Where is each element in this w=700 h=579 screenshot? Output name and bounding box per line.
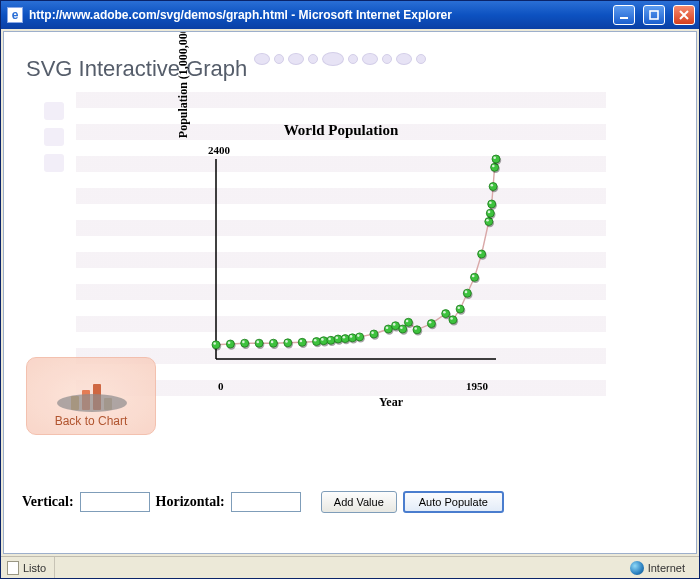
close-icon <box>678 9 690 21</box>
svg-point-53 <box>472 275 475 278</box>
svg-point-3 <box>213 342 216 345</box>
value-entry-form: Vertical: Horizontal: Add Value Auto Pop… <box>22 491 504 513</box>
data-point[interactable] <box>488 200 496 208</box>
data-point[interactable] <box>313 338 321 346</box>
back-to-chart-button[interactable]: Back to Chart <box>26 357 156 435</box>
maximize-icon <box>648 9 660 21</box>
y-axis-label: Population (1,000,000's of people) <box>176 31 191 152</box>
data-point[interactable] <box>456 305 464 313</box>
data-point[interactable] <box>392 322 400 330</box>
horizontal-input[interactable] <box>231 492 301 512</box>
x-tick-max: 1950 <box>466 380 488 392</box>
data-point[interactable] <box>404 318 412 326</box>
svg-point-45 <box>443 311 446 314</box>
data-point[interactable] <box>370 330 378 338</box>
x-axis-label: Year <box>226 395 556 410</box>
data-point[interactable] <box>449 316 457 324</box>
svg-point-19 <box>321 338 324 341</box>
svg-point-39 <box>406 320 409 323</box>
data-point[interactable] <box>327 336 335 344</box>
svg-point-63 <box>491 184 494 187</box>
page-content: SVG Interactive Graph World Population P… <box>3 31 697 554</box>
svg-point-61 <box>489 201 492 204</box>
svg-point-31 <box>371 331 374 334</box>
minimize-button[interactable] <box>613 5 635 25</box>
vertical-label: Vertical: <box>22 494 74 510</box>
svg-point-11 <box>271 341 274 344</box>
chart-plate-icon <box>57 394 127 412</box>
svg-point-43 <box>429 321 432 324</box>
svg-point-55 <box>479 251 482 254</box>
data-point[interactable] <box>341 335 349 343</box>
data-point[interactable] <box>486 209 494 217</box>
svg-point-35 <box>393 323 396 326</box>
data-point[interactable] <box>384 325 392 333</box>
document-icon <box>7 561 19 575</box>
browser-window: http://www.adobe.com/svg/demos/graph.htm… <box>0 0 700 579</box>
data-point[interactable] <box>348 334 356 342</box>
svg-point-59 <box>488 211 491 214</box>
data-point[interactable] <box>320 337 328 345</box>
data-point[interactable] <box>478 250 486 258</box>
data-point[interactable] <box>492 155 500 163</box>
status-zone: Internet <box>630 557 693 578</box>
data-point[interactable] <box>356 333 364 341</box>
svg-point-29 <box>357 334 360 337</box>
status-text: Listo <box>23 562 46 574</box>
maximize-button[interactable] <box>643 5 665 25</box>
add-value-button[interactable]: Add Value <box>321 491 397 513</box>
close-button[interactable] <box>673 5 695 25</box>
svg-rect-1 <box>650 11 658 19</box>
data-point[interactable] <box>269 339 277 347</box>
data-point[interactable] <box>399 325 407 333</box>
window-title: http://www.adobe.com/svg/demos/graph.htm… <box>29 8 605 22</box>
svg-point-37 <box>400 326 403 329</box>
back-to-chart-label: Back to Chart <box>55 414 128 428</box>
svg-point-25 <box>343 336 346 339</box>
chart-svg[interactable] <box>206 154 506 379</box>
decorative-swatches <box>44 102 64 172</box>
status-left: Listo <box>7 557 55 578</box>
data-point[interactable] <box>241 339 249 347</box>
svg-point-67 <box>493 156 496 159</box>
svg-point-41 <box>414 327 417 330</box>
svg-point-9 <box>257 341 260 344</box>
ie-favicon <box>7 7 23 23</box>
svg-point-47 <box>450 317 453 320</box>
svg-rect-0 <box>620 17 628 19</box>
svg-point-21 <box>328 338 331 341</box>
svg-point-51 <box>465 291 468 294</box>
internet-zone-icon <box>630 561 644 575</box>
data-point[interactable] <box>284 339 292 347</box>
data-point[interactable] <box>427 320 435 328</box>
data-point[interactable] <box>489 183 497 191</box>
x-tick-min: 0 <box>218 380 224 392</box>
page-title: SVG Interactive Graph <box>26 56 247 82</box>
auto-populate-button[interactable]: Auto Populate <box>403 491 504 513</box>
data-point[interactable] <box>255 339 263 347</box>
data-point[interactable] <box>298 338 306 346</box>
chart-title: World Population <box>76 122 606 139</box>
status-bar: Listo Internet <box>1 556 699 578</box>
chart-series <box>212 155 501 351</box>
svg-point-49 <box>458 306 461 309</box>
svg-point-33 <box>386 326 389 329</box>
data-point[interactable] <box>463 289 471 297</box>
data-point[interactable] <box>442 310 450 318</box>
svg-point-17 <box>314 339 317 342</box>
titlebar[interactable]: http://www.adobe.com/svg/demos/graph.htm… <box>1 1 699 29</box>
svg-point-65 <box>492 165 495 168</box>
svg-point-5 <box>228 341 231 344</box>
decorative-dots <box>254 52 426 66</box>
data-point[interactable] <box>471 273 479 281</box>
svg-point-15 <box>300 340 303 343</box>
svg-point-23 <box>336 336 339 339</box>
svg-point-7 <box>242 341 245 344</box>
chart-area: World Population Population (1,000,000's… <box>76 92 606 402</box>
minimize-icon <box>618 9 630 21</box>
svg-point-57 <box>486 219 489 222</box>
data-point[interactable] <box>413 326 421 334</box>
vertical-input[interactable] <box>80 492 150 512</box>
data-point[interactable] <box>212 341 220 349</box>
data-point[interactable] <box>226 340 234 348</box>
